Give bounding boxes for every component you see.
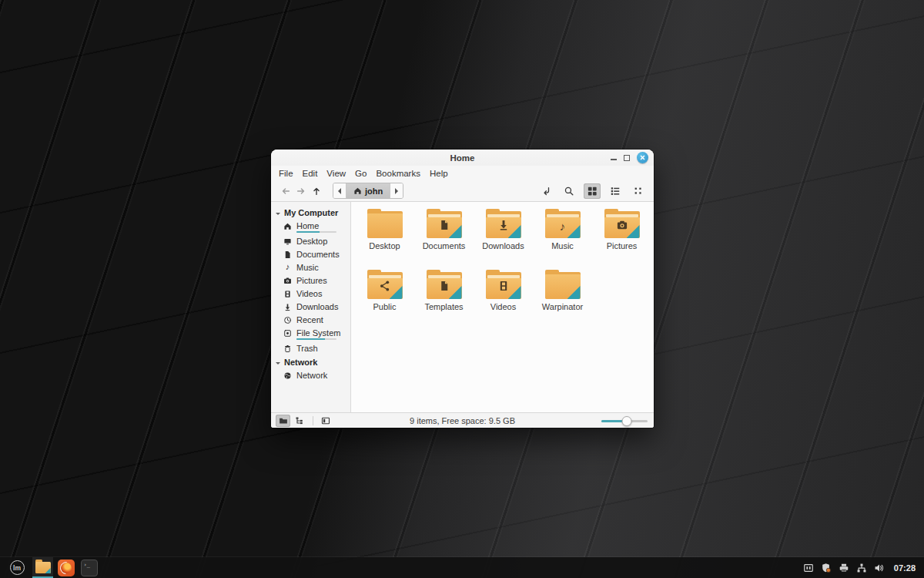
film-emblem-icon xyxy=(497,281,509,294)
film-icon xyxy=(283,290,292,298)
sidebar-item-documents[interactable]: Documents xyxy=(271,248,350,261)
file-item-documents[interactable]: Documents xyxy=(414,207,474,267)
arrow-right-icon xyxy=(296,186,306,197)
chevron-left-icon xyxy=(338,188,341,194)
download-emblem-icon xyxy=(497,220,509,233)
globe-icon xyxy=(283,371,292,380)
printer-icon[interactable] xyxy=(839,563,849,573)
terminal-icon: ›_ xyxy=(81,560,98,576)
file-item-desktop[interactable]: Desktop xyxy=(355,207,414,267)
list-view-button[interactable] xyxy=(607,183,624,199)
music-note-icon: ♪ xyxy=(283,263,292,271)
download-arrow-icon xyxy=(283,303,292,311)
forward-button[interactable] xyxy=(293,183,309,199)
up-button[interactable] xyxy=(309,183,324,199)
icon-view-button[interactable] xyxy=(584,183,601,199)
disk-usage-bar xyxy=(296,338,336,340)
sidebar-item-desktop[interactable]: Desktop xyxy=(271,235,350,248)
statusbar: 9 items, Free space: 9.5 GB xyxy=(271,412,654,428)
trash-icon xyxy=(283,344,292,353)
menu-edit[interactable]: Edit xyxy=(298,167,323,180)
home-icon xyxy=(353,187,362,195)
grid-view-icon xyxy=(587,186,598,197)
toolbar: john xyxy=(271,180,654,201)
compact-view-icon xyxy=(633,186,644,197)
system-tray-app-icon[interactable] xyxy=(803,563,814,573)
camera-emblem-icon xyxy=(616,220,628,233)
system-tray: 07:28 xyxy=(803,563,920,573)
file-item-music[interactable]: ♪ Music xyxy=(533,207,592,267)
document-emblem-icon xyxy=(438,220,450,233)
folder-icon xyxy=(486,270,521,299)
document-emblem-icon xyxy=(438,281,450,294)
breadcrumb-prev-button[interactable] xyxy=(333,183,346,198)
sidebar-item-downloads[interactable]: Downloads xyxy=(271,301,350,314)
status-text: 9 items, Free space: 9.5 GB xyxy=(271,416,654,425)
firefox-icon xyxy=(58,560,75,576)
collapse-triangle-icon xyxy=(276,213,280,215)
camera-icon xyxy=(283,277,292,285)
document-icon xyxy=(283,250,292,259)
titlebar[interactable]: Home xyxy=(271,150,654,166)
collapse-triangle-icon xyxy=(276,362,280,365)
sidebar-section-network[interactable]: Network xyxy=(271,355,350,369)
breadcrumb-label: john xyxy=(365,187,383,196)
files-icon xyxy=(35,562,51,573)
file-item-public[interactable]: Public xyxy=(355,267,414,328)
breadcrumb-next-button[interactable] xyxy=(390,183,403,198)
clock[interactable]: 07:28 xyxy=(894,563,916,573)
taskbar-files-app[interactable] xyxy=(32,557,53,578)
menu-file[interactable]: File xyxy=(274,167,298,180)
menu-view[interactable]: View xyxy=(322,167,350,180)
zoom-slider[interactable] xyxy=(601,415,648,426)
folder-icon xyxy=(427,209,462,238)
menu-bookmarks[interactable]: Bookmarks xyxy=(371,167,425,180)
file-item-pictures[interactable]: Pictures xyxy=(592,207,651,267)
folder-icon: ♪ xyxy=(545,209,581,238)
menu-go[interactable]: Go xyxy=(350,167,371,180)
minimize-icon[interactable] xyxy=(611,159,617,160)
folder-icon xyxy=(604,209,640,238)
close-icon[interactable] xyxy=(637,152,648,163)
sidebar-item-trash[interactable]: Trash xyxy=(271,342,350,355)
update-manager-icon[interactable] xyxy=(821,563,832,573)
file-item-downloads[interactable]: Downloads xyxy=(474,207,533,267)
arrow-left-icon xyxy=(280,186,291,197)
sidebar-section-my-computer[interactable]: My Computer xyxy=(271,206,350,220)
edit-path-icon xyxy=(541,186,551,197)
mint-menu-button[interactable]: lm xyxy=(4,557,30,578)
home-icon xyxy=(283,222,292,230)
folder-icon xyxy=(486,209,521,238)
taskbar-firefox-app[interactable] xyxy=(55,557,76,578)
search-button[interactable] xyxy=(561,183,578,199)
sidebar-item-network[interactable]: Network xyxy=(271,369,350,382)
compact-view-button[interactable] xyxy=(630,183,647,199)
slider-handle[interactable] xyxy=(622,416,632,426)
folder-icon xyxy=(367,209,403,238)
breadcrumb-home-segment[interactable]: john xyxy=(346,183,390,198)
sidebar-item-file-system[interactable]: File System xyxy=(271,327,350,342)
taskbar-terminal-app[interactable]: ›_ xyxy=(79,557,99,578)
sidebar-item-videos[interactable]: Videos xyxy=(271,287,350,301)
sidebar-item-recent[interactable]: Recent xyxy=(271,314,350,327)
menu-help[interactable]: Help xyxy=(425,167,453,180)
file-item-templates[interactable]: Templates xyxy=(414,267,474,328)
toggle-location-entry-button[interactable] xyxy=(537,183,554,199)
sidebar-item-home[interactable]: Home xyxy=(271,220,350,235)
maximize-icon[interactable] xyxy=(624,155,630,161)
sidebar-item-pictures[interactable]: Pictures xyxy=(271,274,350,287)
menubar: File Edit View Go Bookmarks Help xyxy=(271,166,654,180)
music-note-emblem-icon: ♪ xyxy=(560,220,566,232)
network-icon[interactable] xyxy=(856,563,867,573)
file-manager-window: Home File Edit View Go Bookmarks Help xyxy=(271,150,654,428)
volume-icon[interactable] xyxy=(874,563,885,573)
back-button[interactable] xyxy=(278,183,293,199)
disk-icon xyxy=(283,329,292,338)
mint-logo-icon: lm xyxy=(10,560,25,575)
chevron-right-icon xyxy=(395,188,398,194)
breadcrumb: john xyxy=(333,183,403,199)
file-item-videos[interactable]: Videos xyxy=(474,267,533,328)
window-title: Home xyxy=(271,153,654,163)
file-item-warpinator[interactable]: Warpinator xyxy=(533,267,592,328)
sidebar-item-music[interactable]: ♪ Music xyxy=(271,261,350,274)
